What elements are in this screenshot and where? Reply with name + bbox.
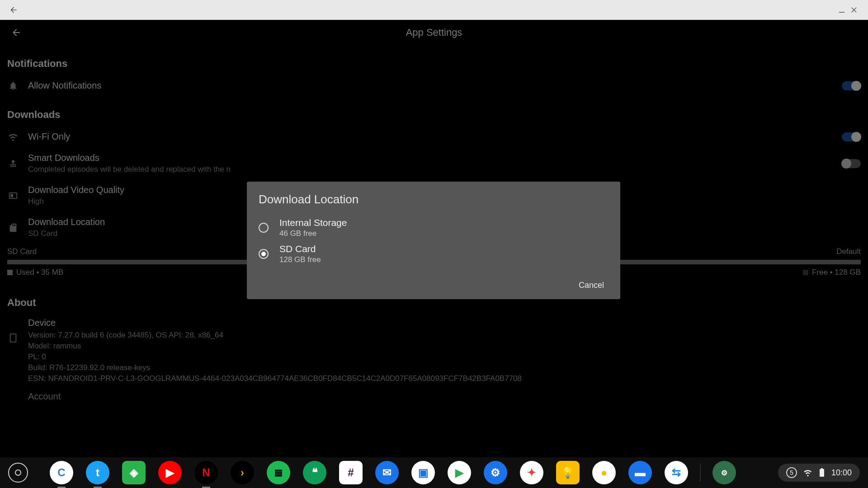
allow-notifications-label: Allow Notifications xyxy=(28,80,832,91)
svg-rect-0 xyxy=(839,12,844,13)
legend-used: Used • 35 MB xyxy=(7,268,63,277)
shelf-app-app16[interactable]: ● xyxy=(592,461,616,484)
shelf-app-photos[interactable]: ✦ xyxy=(520,461,543,484)
shelf-app-keep[interactable]: 💡 xyxy=(556,461,580,484)
bell-icon xyxy=(8,81,18,91)
legend-used-value: 35 MB xyxy=(41,268,63,277)
minimize-icon xyxy=(838,6,846,14)
sd-card-icon xyxy=(8,223,18,233)
legend-free: Free • 128 GB xyxy=(803,268,861,277)
keep-icon: 💡 xyxy=(561,466,575,479)
photos-icon: ✦ xyxy=(527,466,536,479)
allow-notifications-toggle[interactable] xyxy=(842,81,861,90)
smart-downloads-label: Smart Downloads xyxy=(28,153,832,163)
option-internal-label: Internal Storage xyxy=(279,217,347,228)
twitter-icon: t xyxy=(96,466,99,479)
messages-icon: ✉ xyxy=(382,466,392,479)
legend-used-swatch xyxy=(7,270,13,275)
arrow-left-icon xyxy=(9,5,18,14)
smart-downloads-desc: Completed episodes will be deleted and r… xyxy=(28,165,832,174)
shelf-divider xyxy=(700,464,701,482)
notifications-section: Notifications Allow Notifications xyxy=(0,45,868,103)
legend-free-value: 128 GB xyxy=(835,268,861,277)
smart-downloads-toggle[interactable] xyxy=(842,159,861,168)
shelf-app-slack[interactable]: # xyxy=(339,461,363,484)
video-quality-icon xyxy=(8,191,18,201)
window-close-button[interactable] xyxy=(848,4,861,16)
hangouts-icon: ❝ xyxy=(312,466,318,479)
device-esn: ESN: NFANDROID1-PRV-C-L3-GOOGLRAMMUS-446… xyxy=(28,373,861,384)
shelf-app-plex[interactable]: › xyxy=(231,461,254,484)
shelf-app-twitter[interactable]: t xyxy=(86,461,109,484)
wifi-icon xyxy=(8,132,18,142)
shelf-app-teamviewer[interactable]: ⇆ xyxy=(665,461,688,484)
storage-left-label: SD Card xyxy=(7,247,37,256)
youtube-icon: ▶ xyxy=(166,466,174,479)
radio-sd-card[interactable] xyxy=(259,249,269,259)
legend-used-label: Used xyxy=(16,268,34,277)
notification-count: 5 xyxy=(790,469,793,476)
shelf-app-messages[interactable]: ✉ xyxy=(375,461,399,484)
shelf-app-feedly[interactable]: ◈ xyxy=(122,461,146,484)
download-location-dialog: Download Location Internal Storage 46 GB… xyxy=(247,182,620,299)
messenger-icon: ▬ xyxy=(635,466,646,479)
app-header: App Settings xyxy=(0,20,868,45)
radio-internal-storage[interactable] xyxy=(259,223,269,233)
account-block[interactable]: Account xyxy=(7,388,861,407)
shelf-app-chrome[interactable]: C xyxy=(50,461,73,484)
play-store-icon: ▶ xyxy=(455,466,463,479)
slack-icon: # xyxy=(348,466,354,479)
chrome-icon: C xyxy=(57,466,65,479)
shelf-app-netflix[interactable]: N xyxy=(194,461,218,484)
about-section: About Device Version: 7.27.0 build 6 (co… xyxy=(0,284,868,414)
teamviewer-icon: ⇆ xyxy=(672,466,681,479)
wifi-icon xyxy=(803,468,812,477)
notifications-title: Notifications xyxy=(7,52,861,75)
shelf-settings-icon[interactable]: ⚙ xyxy=(712,461,736,484)
smart-downloads-row[interactable]: Smart Downloads Completed episodes will … xyxy=(7,147,861,179)
svg-rect-3 xyxy=(10,334,16,342)
svg-rect-2 xyxy=(11,194,14,197)
shelf-app-settings-android[interactable]: ⚙ xyxy=(484,461,507,484)
option-internal-storage[interactable]: Internal Storage 46 GB free xyxy=(259,215,609,241)
launcher-icon xyxy=(15,469,21,476)
wifi-only-toggle[interactable] xyxy=(842,132,861,141)
device-version: Version: 7.27.0 build 6 (code 34485), OS… xyxy=(28,330,861,341)
launcher-button[interactable] xyxy=(8,463,28,483)
app-settings-screen: App Settings Notifications Allow Notific… xyxy=(0,20,868,457)
allow-notifications-row[interactable]: Allow Notifications xyxy=(7,75,861,96)
clock: 10:00 xyxy=(831,468,852,478)
dialog-title: Download Location xyxy=(259,192,609,206)
app-back-button[interactable] xyxy=(11,27,22,38)
account-title: Account xyxy=(28,391,861,404)
cancel-button[interactable]: Cancel xyxy=(574,278,609,293)
notification-badge: 5 xyxy=(786,467,797,478)
shelf-app-messenger[interactable]: ▬ xyxy=(628,461,652,484)
device-model: Model: rammus xyxy=(28,341,861,352)
arrow-left-icon xyxy=(11,27,22,38)
legend-free-label: Free xyxy=(812,268,828,277)
close-icon xyxy=(850,6,859,14)
window-back-button[interactable] xyxy=(7,4,20,16)
window-minimize-button[interactable] xyxy=(835,4,848,16)
tablet-icon xyxy=(8,333,18,343)
shelf-app-play-store[interactable]: ▶ xyxy=(448,461,471,484)
wifi-only-row[interactable]: Wi-Fi Only xyxy=(7,126,861,147)
app16-icon: ● xyxy=(601,466,608,479)
shelf-app-spotify[interactable]: ≣ xyxy=(267,461,290,484)
battery-icon xyxy=(819,468,825,477)
page-title: App Settings xyxy=(22,27,846,38)
shelf-app-youtube[interactable]: ▶ xyxy=(158,461,182,484)
gear-icon: ⚙ xyxy=(721,469,727,477)
feedly-icon: ◈ xyxy=(130,466,138,479)
shelf-app-hangouts[interactable]: ❝ xyxy=(303,461,326,484)
svg-rect-5 xyxy=(821,468,823,469)
option-sd-card[interactable]: SD Card 128 GB free xyxy=(259,241,609,267)
svg-rect-4 xyxy=(820,469,824,477)
shelf-app-files[interactable]: ▣ xyxy=(411,461,435,484)
wifi-only-label: Wi-Fi Only xyxy=(28,131,832,142)
window-titlebar xyxy=(0,0,868,20)
option-internal-sub: 46 GB free xyxy=(279,229,347,238)
status-tray[interactable]: 5 10:00 xyxy=(778,464,860,482)
device-block[interactable]: Device Version: 7.27.0 build 6 (code 344… xyxy=(7,314,861,388)
